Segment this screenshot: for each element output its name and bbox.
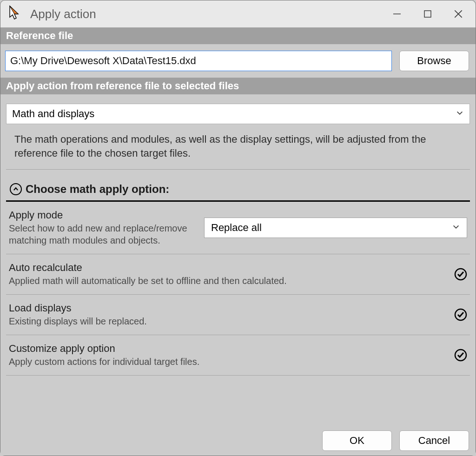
checkmark-circle-icon[interactable]: [454, 308, 467, 321]
math-apply-group-header[interactable]: Choose math apply option:: [6, 170, 470, 202]
auto-recalculate-title: Auto recalculate: [9, 262, 440, 274]
load-displays-subtitle: Existing displays will be replaced.: [9, 315, 440, 327]
auto-recalculate-row: Auto recalculate Applied math will autom…: [6, 254, 470, 295]
apply-mode-subtitle: Select how to add new and replace/remove…: [9, 222, 198, 246]
apply-mode-row: Apply mode Select how to add new and rep…: [6, 202, 470, 254]
action-type-dropdown[interactable]: Math and displays: [6, 104, 470, 124]
customize-apply-title: Customize apply option: [9, 343, 440, 355]
reference-file-row: Browse: [0, 44, 476, 78]
close-button[interactable]: [443, 2, 474, 26]
customize-apply-row: Customize apply option Apply custom acti…: [6, 335, 470, 376]
apply-mode-title: Apply mode: [9, 209, 198, 221]
app-cursor-icon: [8, 5, 26, 23]
titlebar: Apply action: [0, 0, 476, 27]
action-type-selected: Math and displays: [12, 108, 94, 120]
ok-button[interactable]: OK: [322, 430, 392, 451]
browse-button[interactable]: Browse: [399, 51, 469, 71]
svg-rect-3: [424, 11, 431, 17]
apply-mode-selected: Replace all: [211, 222, 262, 234]
math-apply-group-title: Choose math apply option:: [26, 183, 169, 196]
minimize-button[interactable]: [382, 2, 412, 26]
chevron-up-circle-icon: [10, 183, 22, 195]
chevron-down-icon: [452, 222, 460, 234]
checkmark-circle-icon[interactable]: [454, 268, 467, 281]
checkmark-circle-icon[interactable]: [454, 349, 467, 362]
window-title: Apply action: [30, 7, 96, 21]
chevron-down-icon: [456, 108, 464, 120]
apply-action-header: Apply action from reference file to sele…: [0, 78, 476, 94]
reference-file-header: Reference file: [0, 27, 476, 44]
load-displays-row: Load displays Existing displays will be …: [6, 295, 470, 335]
maximize-button[interactable]: [412, 2, 443, 26]
auto-recalculate-subtitle: Applied math will automatically be set t…: [9, 275, 440, 287]
reference-file-path-input[interactable]: [5, 51, 392, 71]
apply-mode-select[interactable]: Replace all: [204, 218, 467, 238]
action-description: The math operations and modules, as well…: [6, 124, 470, 170]
customize-apply-subtitle: Apply custom actions for individual targ…: [9, 356, 440, 368]
cancel-button[interactable]: Cancel: [399, 430, 469, 451]
apply-action-dialog: Apply action Reference file Browse Apply…: [0, 0, 476, 456]
load-displays-title: Load displays: [9, 302, 440, 314]
dialog-footer: OK Cancel: [322, 430, 469, 451]
